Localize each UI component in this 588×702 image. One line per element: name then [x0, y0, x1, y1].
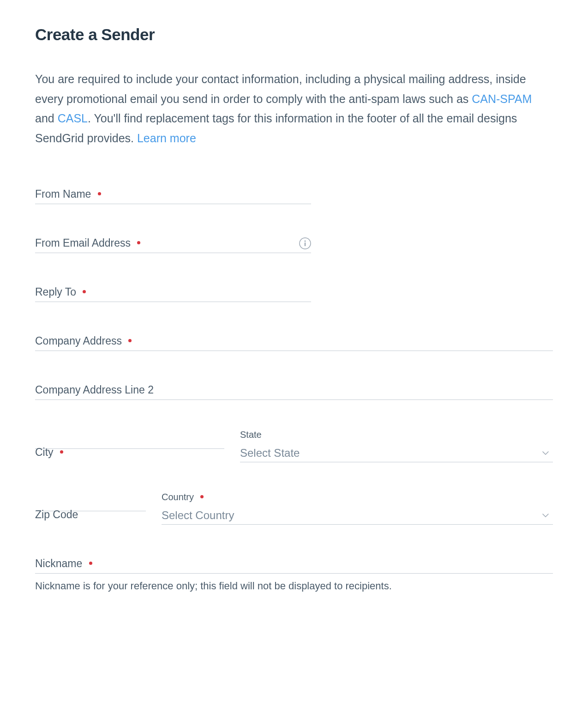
nickname-input[interactable]: [35, 554, 553, 574]
country-label: Country: [162, 492, 553, 502]
company-address-group: Company Address: [35, 332, 553, 351]
description-text-1: You are required to include your contact…: [35, 73, 526, 105]
from-email-group: From Email Address: [35, 234, 311, 253]
page-description: You are required to include your contact…: [35, 69, 553, 148]
reply-to-group: Reply To: [35, 283, 311, 302]
description-text-2: and: [35, 112, 58, 125]
casl-link[interactable]: CASL: [58, 112, 88, 125]
canspam-link[interactable]: CAN-SPAM: [472, 92, 532, 105]
nickname-group: Nickname: [35, 554, 553, 574]
company-address2-input[interactable]: [35, 381, 553, 400]
city-input[interactable]: [35, 430, 224, 449]
company-address2-group: Company Address Line 2: [35, 381, 553, 400]
state-select[interactable]: Select State: [240, 444, 553, 462]
company-address-input[interactable]: [35, 332, 553, 351]
reply-to-input[interactable]: [35, 283, 311, 302]
description-text-3: . You'll find replacement tags for this …: [35, 112, 517, 145]
country-group: Country Select Country: [162, 492, 553, 525]
zip-input[interactable]: [35, 492, 146, 511]
state-label: State: [240, 430, 553, 440]
learn-more-link[interactable]: Learn more: [137, 132, 196, 145]
zip-group: Zip Code: [35, 492, 146, 525]
country-select[interactable]: Select Country: [162, 506, 553, 524]
info-icon[interactable]: [299, 237, 311, 249]
svg-rect-2: [305, 242, 306, 246]
from-email-input[interactable]: [35, 234, 311, 253]
state-group: State Select State: [240, 430, 553, 462]
page-title: Create a Sender: [35, 25, 553, 44]
city-group: City: [35, 430, 224, 462]
required-indicator: [200, 495, 204, 498]
country-label-text: Country: [162, 492, 194, 502]
from-name-input[interactable]: [35, 185, 311, 204]
required-indicator: [60, 450, 63, 454]
nickname-helper-text: Nickname is for your reference only; thi…: [35, 580, 553, 592]
svg-point-1: [305, 241, 306, 242]
from-name-group: From Name: [35, 185, 311, 204]
